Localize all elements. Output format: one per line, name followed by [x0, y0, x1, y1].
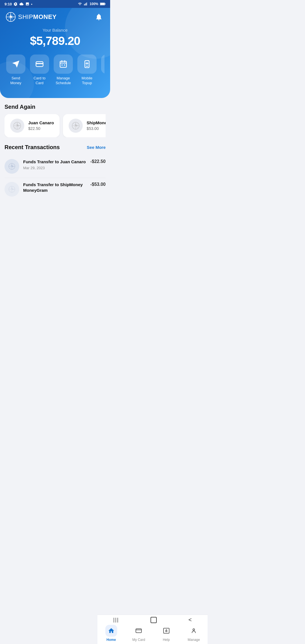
- svg-rect-22: [62, 64, 63, 66]
- action-card-to-card[interactable]: Card toCard: [29, 55, 50, 86]
- svg-marker-54: [12, 164, 12, 166]
- svg-rect-2: [86, 3, 86, 6]
- svg-marker-12: [10, 13, 12, 17]
- transaction-item-0: Funds Transfer to Juan Canaro Mar 29, 20…: [5, 155, 106, 178]
- svg-marker-36: [17, 123, 18, 126]
- action-mobile-topup[interactable]: MobileTopup: [77, 55, 97, 86]
- svg-marker-57: [12, 166, 14, 167]
- svg-marker-15: [11, 16, 14, 18]
- logo-text: SHIPMONEY: [18, 13, 57, 21]
- balance-label: Your Balance: [6, 28, 104, 32]
- settings-icon: [14, 2, 18, 6]
- battery-icon: [100, 2, 106, 6]
- svg-marker-13: [10, 17, 12, 21]
- battery-text: 100%: [90, 2, 98, 6]
- txn-avatar-0: [5, 159, 19, 174]
- wifi-icon: [78, 2, 82, 6]
- svg-rect-18: [60, 61, 67, 67]
- recent-transactions-section: Recent Transactions See More Funds Tr: [5, 144, 106, 201]
- svg-rect-5: [105, 3, 106, 5]
- hero-section: SHIPMONEY Your Balance $5,789.20 SendMon…: [0, 8, 110, 98]
- svg-marker-61: [12, 187, 12, 189]
- see-more-button[interactable]: See More: [87, 145, 106, 150]
- action-manage-schedule-label: ManageSchedule: [56, 76, 71, 86]
- svg-rect-3: [87, 3, 87, 6]
- image-icon: [25, 2, 29, 6]
- status-left: 9:10 •: [5, 2, 32, 6]
- svg-marker-48: [76, 125, 79, 126]
- status-bar: 9:10 • 100%: [0, 0, 110, 8]
- shipmoney-info: ShipMoney $53.00: [87, 120, 106, 131]
- svg-marker-55: [12, 166, 12, 169]
- juan-name: Juan Canaro: [28, 120, 54, 125]
- send-money-icon-box: [6, 55, 25, 74]
- txn-info-1: Funds Transfer to ShipMoney MoneyGram: [23, 182, 86, 195]
- txn-title-1: Funds Transfer to ShipMoney MoneyGram: [23, 182, 86, 193]
- transactions-title: Recent Transactions: [5, 144, 60, 151]
- balance-section: Your Balance $5,789.20: [6, 28, 104, 48]
- svg-marker-38: [14, 125, 18, 126]
- status-time: 9:10: [5, 2, 12, 6]
- action-send-money[interactable]: SendMoney: [6, 55, 26, 86]
- txn-date-0: Mar 29, 2023: [23, 166, 86, 170]
- action-mobile-topup-label: MobileTopup: [82, 76, 92, 86]
- dot-indicator: •: [31, 2, 32, 6]
- manage-schedule-icon-box: [54, 55, 73, 74]
- txn-info-0: Funds Transfer to Juan Canaro Mar 29, 20…: [23, 159, 86, 170]
- shipmoney-amount: $53.00: [87, 126, 106, 131]
- action-more[interactable]: F: [101, 55, 104, 86]
- app-header: SHIPMONEY: [6, 11, 104, 23]
- svg-rect-0: [84, 4, 85, 6]
- action-send-money-label: SendMoney: [10, 76, 21, 86]
- transaction-item-1: Funds Transfer to ShipMoney MoneyGram -$…: [5, 178, 106, 201]
- send-again-card-shipmoney[interactable]: ShipMoney $53.00: [63, 114, 106, 137]
- more-icon-box: [101, 55, 104, 74]
- logo: SHIPMONEY: [6, 12, 57, 22]
- send-again-card-juan[interactable]: Juan Canaro $22.50: [5, 114, 60, 137]
- txn-amount-1: -$53.00: [90, 182, 106, 187]
- status-right: 100%: [78, 2, 106, 6]
- svg-marker-46: [75, 126, 76, 129]
- transactions-header: Recent Transactions See More: [5, 144, 106, 151]
- card-to-card-icon-box: [30, 55, 49, 74]
- svg-marker-47: [73, 125, 76, 126]
- quick-actions-row: SendMoney Card toCard: [6, 55, 104, 87]
- juan-amount: $22.50: [28, 126, 54, 131]
- mobile-topup-icon-box: [77, 55, 97, 74]
- send-again-title: Send Again: [5, 104, 106, 110]
- txn-avatar-1: [5, 182, 19, 197]
- svg-rect-6: [100, 3, 104, 5]
- txn-title-0: Funds Transfer to Juan Canaro: [23, 159, 86, 165]
- action-manage-schedule[interactable]: ManageSchedule: [53, 55, 73, 86]
- action-card-to-card-label: Card toCard: [34, 76, 46, 86]
- svg-rect-23: [64, 64, 65, 66]
- send-again-section: Send Again: [5, 104, 106, 137]
- cloud-icon: [19, 2, 24, 6]
- svg-marker-45: [75, 123, 76, 126]
- juan-info: Juan Canaro $22.50: [28, 120, 54, 131]
- svg-rect-1: [85, 4, 86, 5]
- shipmoney-name: ShipMoney: [87, 120, 106, 125]
- shipmoney-avatar: [69, 119, 83, 133]
- svg-marker-39: [17, 125, 20, 126]
- balance-amount: $5,789.20: [6, 34, 104, 48]
- txn-amount-0: -$22.50: [90, 159, 106, 164]
- svg-marker-62: [12, 189, 14, 190]
- svg-rect-17: [36, 63, 43, 64]
- notification-bell-button[interactable]: [93, 11, 104, 23]
- svg-marker-56: [9, 166, 12, 167]
- main-content: Send Again: [0, 98, 110, 237]
- compass-logo-icon: [6, 12, 16, 22]
- send-again-list: Juan Canaro $22.50: [5, 114, 106, 137]
- juan-avatar: [10, 119, 24, 133]
- svg-marker-14: [7, 16, 11, 18]
- svg-marker-37: [17, 126, 18, 129]
- signal-icon: [84, 2, 88, 6]
